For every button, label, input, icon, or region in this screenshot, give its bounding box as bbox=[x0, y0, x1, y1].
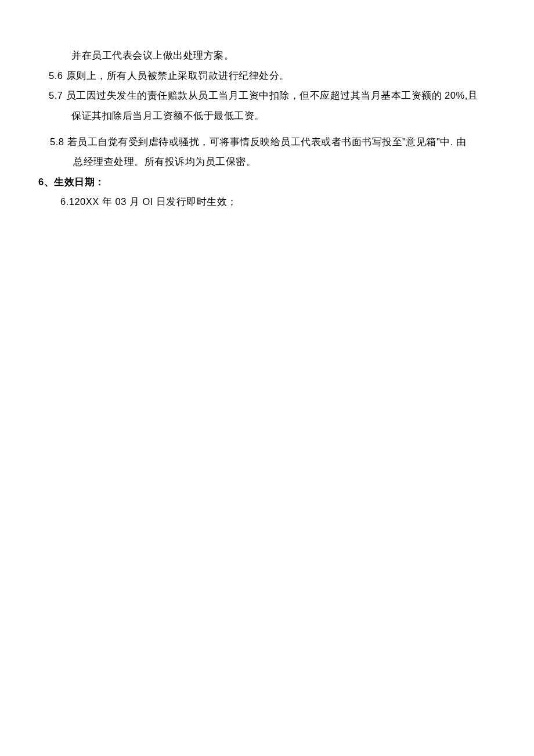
line-5-7-b: 保证其扣除后当月工资额不低于最低工资。 bbox=[38, 106, 496, 126]
heading-6: 6、生效日期： bbox=[38, 172, 496, 192]
line-5-7-a: 5.7 员工因过失发生的责任赔款从员工当月工资中扣除，但不应超过其当月基本工资额… bbox=[38, 85, 496, 106]
line-5-5-continuation: 并在员工代表会议上做出处理方案。 bbox=[38, 45, 496, 66]
line-5-8-a: 5.8 若员工自觉有受到虐待或骚扰，可将事情反映给员工代表或者书面书写投至"意见… bbox=[38, 132, 496, 152]
line-6-1: 6.120XX 年 03 月 OI 日发行即时生效； bbox=[38, 192, 496, 212]
spacer bbox=[38, 126, 496, 132]
line-5-8-b: 总经理查处理。所有投诉均为员工保密。 bbox=[38, 152, 496, 172]
line-5-6: 5.6 原则上，所有人员被禁止采取罚款进行纪律处分。 bbox=[38, 66, 496, 86]
document-page: 并在员工代表会议上做出处理方案。 5.6 原则上，所有人员被禁止采取罚款进行纪律… bbox=[38, 45, 496, 212]
